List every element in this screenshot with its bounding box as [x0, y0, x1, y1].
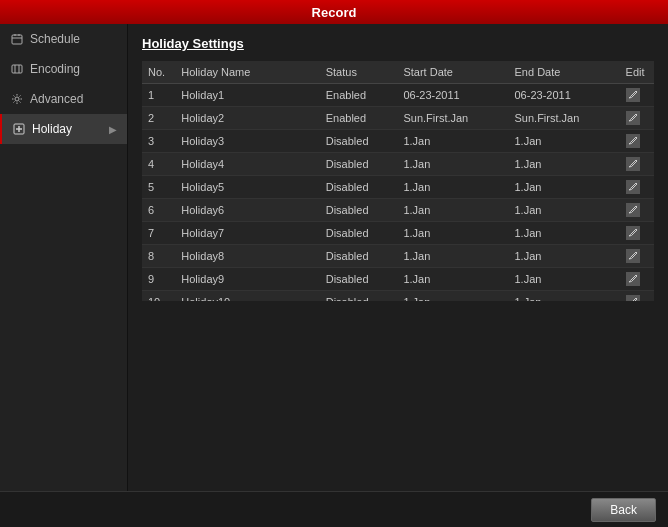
table-row: 3Holiday3Disabled1.Jan1.Jan	[142, 130, 654, 153]
gear-icon	[10, 92, 24, 106]
table-body: 1Holiday1Enabled06-23-201106-23-20112Hol…	[142, 84, 654, 302]
cell-no: 5	[142, 176, 175, 199]
cell-edit[interactable]	[620, 176, 654, 199]
svg-point-7	[15, 97, 19, 101]
cell-name: Holiday4	[175, 153, 319, 176]
cell-no: 10	[142, 291, 175, 302]
cell-name: Holiday10	[175, 291, 319, 302]
cell-start-date: 06-23-2011	[397, 84, 508, 107]
cell-end-date: 06-23-2011	[509, 84, 620, 107]
sidebar-item-schedule-label: Schedule	[30, 32, 80, 46]
edit-icon[interactable]	[626, 203, 640, 217]
sidebar: Schedule Encoding Advanced	[0, 24, 128, 527]
cell-start-date: Sun.First.Jan	[397, 107, 508, 130]
title-bar: Record	[0, 0, 668, 24]
cell-name: Holiday3	[175, 130, 319, 153]
svg-line-17	[634, 162, 635, 163]
cell-edit[interactable]	[620, 84, 654, 107]
chevron-right-icon: ▶	[109, 124, 117, 135]
cell-end-date: 1.Jan	[509, 199, 620, 222]
cell-no: 6	[142, 199, 175, 222]
cell-status: Enabled	[320, 107, 398, 130]
cell-end-date: Sun.First.Jan	[509, 107, 620, 130]
cell-no: 3	[142, 130, 175, 153]
col-header-no: No.	[142, 61, 175, 84]
table-row: 2Holiday2EnabledSun.First.JanSun.First.J…	[142, 107, 654, 130]
cell-no: 1	[142, 84, 175, 107]
edit-icon[interactable]	[626, 134, 640, 148]
cell-edit[interactable]	[620, 268, 654, 291]
sidebar-item-holiday-label: Holiday	[32, 122, 72, 136]
svg-rect-4	[12, 65, 22, 73]
cell-status: Disabled	[320, 291, 398, 302]
cell-end-date: 1.Jan	[509, 222, 620, 245]
edit-icon[interactable]	[626, 180, 640, 194]
page-title: Holiday Settings	[142, 36, 654, 51]
cell-status: Disabled	[320, 199, 398, 222]
edit-icon[interactable]	[626, 88, 640, 102]
cell-end-date: 1.Jan	[509, 268, 620, 291]
svg-line-16	[634, 139, 635, 140]
cell-status: Disabled	[320, 153, 398, 176]
sidebar-item-advanced[interactable]: Advanced	[0, 84, 127, 114]
svg-line-22	[634, 277, 635, 278]
cell-edit[interactable]	[620, 107, 654, 130]
svg-line-14	[634, 93, 635, 94]
cell-end-date: 1.Jan	[509, 291, 620, 302]
cell-name: Holiday2	[175, 107, 319, 130]
cell-start-date: 1.Jan	[397, 291, 508, 302]
cell-start-date: 1.Jan	[397, 245, 508, 268]
col-header-start: Start Date	[397, 61, 508, 84]
cell-end-date: 1.Jan	[509, 130, 620, 153]
edit-icon[interactable]	[626, 295, 640, 301]
cell-start-date: 1.Jan	[397, 222, 508, 245]
cell-edit[interactable]	[620, 245, 654, 268]
cell-edit[interactable]	[620, 199, 654, 222]
col-header-status: Status	[320, 61, 398, 84]
edit-icon[interactable]	[626, 111, 640, 125]
window-title: Record	[312, 5, 357, 20]
svg-line-21	[634, 254, 635, 255]
svg-line-23	[634, 300, 635, 301]
back-button[interactable]: Back	[591, 498, 656, 522]
sidebar-item-schedule[interactable]: Schedule	[0, 24, 127, 54]
svg-line-18	[634, 185, 635, 186]
sidebar-item-encoding-label: Encoding	[30, 62, 80, 76]
cell-name: Holiday7	[175, 222, 319, 245]
cell-start-date: 1.Jan	[397, 199, 508, 222]
sidebar-item-encoding[interactable]: Encoding	[0, 54, 127, 84]
calendar-icon	[10, 32, 24, 46]
cell-start-date: 1.Jan	[397, 130, 508, 153]
cell-no: 2	[142, 107, 175, 130]
content-area: Holiday Settings No. Holiday Name Status…	[128, 24, 668, 527]
sidebar-item-holiday[interactable]: Holiday ▶	[0, 114, 127, 144]
cell-start-date: 1.Jan	[397, 176, 508, 199]
cell-start-date: 1.Jan	[397, 268, 508, 291]
cell-start-date: 1.Jan	[397, 153, 508, 176]
main-layout: Schedule Encoding Advanced	[0, 24, 668, 527]
table-row: 7Holiday7Disabled1.Jan1.Jan	[142, 222, 654, 245]
bottom-bar: Back	[0, 491, 668, 527]
cell-name: Holiday1	[175, 84, 319, 107]
plus-icon	[12, 122, 26, 136]
cell-status: Disabled	[320, 176, 398, 199]
cell-no: 9	[142, 268, 175, 291]
cell-no: 7	[142, 222, 175, 245]
edit-icon[interactable]	[626, 226, 640, 240]
edit-icon[interactable]	[626, 157, 640, 171]
cell-name: Holiday6	[175, 199, 319, 222]
cell-status: Disabled	[320, 268, 398, 291]
col-header-end: End Date	[509, 61, 620, 84]
edit-icon[interactable]	[626, 249, 640, 263]
table-wrapper: No. Holiday Name Status Start Date End D…	[142, 61, 654, 301]
svg-line-19	[634, 208, 635, 209]
cell-edit[interactable]	[620, 130, 654, 153]
cell-end-date: 1.Jan	[509, 245, 620, 268]
cell-edit[interactable]	[620, 153, 654, 176]
col-header-name: Holiday Name	[175, 61, 319, 84]
cell-edit[interactable]	[620, 291, 654, 302]
cell-name: Holiday9	[175, 268, 319, 291]
edit-icon[interactable]	[626, 272, 640, 286]
svg-line-20	[634, 231, 635, 232]
cell-edit[interactable]	[620, 222, 654, 245]
